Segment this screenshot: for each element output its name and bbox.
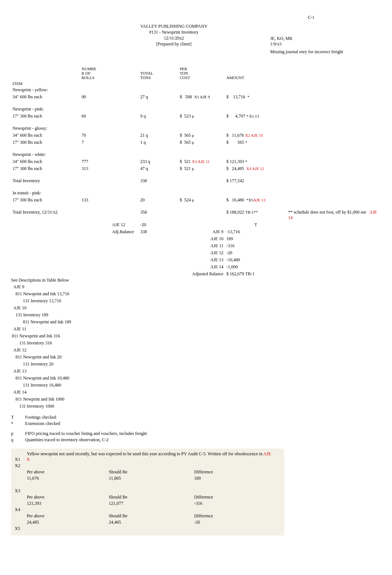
- val: 11,676: [27, 475, 109, 482]
- tick-desc: FIFO pricing traced to voucher listing a…: [25, 431, 147, 436]
- x5-label: X5: [15, 525, 27, 532]
- table-row: 34" 600 lbs each 70 21 q $ 565 p $ 11,67…: [11, 132, 381, 139]
- rolls: 60: [80, 113, 110, 120]
- adj-val: -20: [225, 249, 286, 256]
- aje-entries: AJE 9 811 Newsprint and Ink 13,716 131 I…: [11, 283, 73, 410]
- amount-cell: $ 121,393 *: [225, 158, 286, 165]
- hdr-should-be: Should Be: [109, 469, 194, 475]
- cost-cell: $ 565 p: [178, 139, 225, 146]
- total-inv-label: Total Inventory: [11, 177, 80, 184]
- adj-label: AJE 14: [178, 263, 225, 271]
- item-desc: 17" 300 lbs each: [11, 197, 80, 204]
- item-desc: 34" 600 lbs each: [11, 93, 80, 101]
- item-desc: 17" 300 lbs each: [11, 139, 80, 146]
- aje-line: 131 Inventory 13,716: [12, 298, 73, 304]
- adj-val: -13,716: [225, 228, 286, 235]
- hdr-should-be: Should Be: [109, 513, 194, 519]
- aje-header: AJE 14: [12, 389, 73, 395]
- tons: -20: [139, 221, 166, 228]
- inventory-table: NUMBE R OF ROLLS TOTAL TONS PER TON COST…: [11, 66, 381, 278]
- aje-line: 811 Newsprint and Ink 20: [12, 354, 73, 360]
- adj-val: -316: [225, 242, 286, 249]
- adj-balance-row: Adj.Balance 338 AJE 9 -13,716: [11, 228, 381, 235]
- aje-line: 811 Newsprint and Ink 316: [12, 333, 73, 339]
- col-rolls: ROLLS: [82, 75, 94, 80]
- aje12-label: AJE 12: [110, 221, 139, 228]
- aje-line: 811 Newsprint and Ink 189: [12, 319, 73, 325]
- rolls: 90: [80, 93, 110, 101]
- review-date: 1/9/x3: [270, 41, 381, 47]
- adjusted-balance-value: $ 162,679 TB-1: [225, 271, 286, 278]
- adj-val: -10,480: [225, 256, 286, 263]
- tick-key: *: [11, 421, 19, 426]
- col-tons: TONS: [140, 75, 151, 80]
- tick-T: T: [225, 221, 286, 228]
- x1-note: Yellow newsprint not used recently, but …: [27, 451, 281, 463]
- adj-label: AJE 11: [178, 242, 225, 249]
- aje-line: 811 Newsprint and Ink 13,716: [12, 291, 73, 297]
- adj-row: AJE 13 -10,480: [11, 256, 381, 263]
- tons: 47 q: [139, 165, 166, 172]
- doc-title: #131 - Newsprint Inventory: [78, 30, 270, 35]
- val: -316: [194, 500, 281, 507]
- amount-cell: $ 188,022 TB-1**: [225, 209, 286, 221]
- schedule-note: ** schedule does not foot, off by $1,000…: [287, 209, 381, 221]
- reviewer-initials: JE, KO, MR: [270, 36, 381, 41]
- val: -20: [194, 519, 281, 525]
- rolls: 70: [80, 132, 110, 139]
- item-desc: 17" 300 lbs each: [11, 165, 80, 172]
- tons: 27 q: [139, 93, 166, 101]
- adj-val: 189: [225, 235, 286, 242]
- tons: 1 q: [139, 139, 166, 146]
- aje12-row: AJE 12 -20 T: [11, 221, 381, 228]
- aje-line: 811 Newprint and Ink 1000: [12, 396, 73, 402]
- val: 121,393: [27, 500, 109, 507]
- section-white: Newsprint - white:: [11, 151, 381, 158]
- tons: 358: [139, 209, 166, 221]
- x3-label: X3: [15, 488, 27, 494]
- cost-cell: $ 524 p: [178, 197, 225, 204]
- rolls: 777: [80, 158, 110, 165]
- item-desc: 34" 600 lbs each: [11, 132, 80, 139]
- adjusted-balance-row: Adjusted Balance $ 162,679 TB-1: [11, 271, 381, 278]
- val: 189: [194, 475, 281, 482]
- aje-line: 131 Inventory 316: [12, 340, 73, 346]
- aje-header: AJE 13: [12, 368, 73, 374]
- x4-label: X4: [15, 507, 27, 513]
- doc-date: 12/31/20x2: [78, 35, 270, 41]
- tick-desc: Extensions checked: [25, 421, 60, 426]
- col-cost: COST: [180, 75, 190, 80]
- rolls: 313: [80, 165, 110, 172]
- hdr-per-above: Per above: [27, 513, 109, 519]
- col-per: PER: [180, 67, 187, 71]
- item-desc: 17" 300 lbs each: [11, 113, 80, 120]
- amount-cell: $ 11,676 X2 AJE 10: [225, 132, 286, 139]
- prepared-by: [Prepared by client]: [78, 41, 270, 47]
- tick-key: p: [11, 431, 19, 436]
- col-numbe: NUMBE: [82, 67, 96, 71]
- amount-cell: $ 10,480 *X5AJE 13: [225, 197, 286, 204]
- rolls: 133: [80, 197, 110, 204]
- section-pink: Newsprint - pink:: [11, 106, 381, 113]
- cost-cell: $ 521 X3 AJE 11: [178, 158, 225, 165]
- adj-row: AJE 14 -1,000: [11, 263, 381, 271]
- hdr-per-above: Per above: [27, 469, 109, 475]
- tick-desc: Quantities traced to inventory observati…: [25, 437, 109, 443]
- company-name: VALLEY PUBLISHING COMPANY: [78, 24, 270, 29]
- tons: 338: [139, 228, 166, 235]
- val: 11,865: [109, 475, 194, 482]
- aje-header: AJE 9: [12, 284, 73, 290]
- adj-val: -1,000: [225, 263, 286, 271]
- tick-key: T: [11, 415, 19, 420]
- missing-note: Missing journal enry for incorrect freig…: [270, 49, 381, 55]
- amount-cell: $ 13,716 *: [225, 93, 286, 101]
- aje-header: AJE 11: [12, 326, 73, 332]
- cost-cell: $ 523 p: [178, 113, 225, 120]
- section-yellow: Newsprint - yellow:: [11, 86, 381, 93]
- hdr-difference: Difference: [194, 494, 281, 500]
- adjusted-balance-label: Adjusted Balance: [178, 271, 225, 278]
- x1-label: X1: [15, 451, 27, 463]
- item-desc: 34" 600 lbs each: [11, 158, 80, 165]
- tick-desc: Footings checked: [25, 415, 56, 420]
- adj-balance-label: Adj.Balance: [110, 228, 139, 235]
